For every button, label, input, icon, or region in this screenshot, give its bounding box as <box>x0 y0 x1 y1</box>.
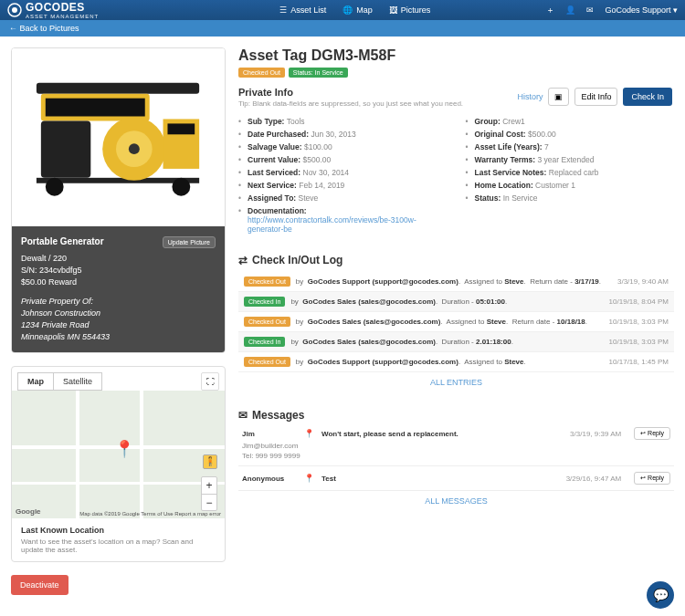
asset-line3: $50.00 Reward <box>21 277 216 288</box>
svg-point-1 <box>12 7 17 13</box>
update-picture-button[interactable]: Update Picture <box>163 236 216 248</box>
pegman-icon[interactable]: 🧍 <box>203 454 217 469</box>
doc-link[interactable]: http://www.contractortalk.com/reviews/be… <box>248 215 416 234</box>
pin-icon: 📍 <box>304 474 314 483</box>
reply-button[interactable]: ↩ Reply <box>634 427 670 440</box>
page-title: Asset Tag DGM3-M58F <box>238 47 674 64</box>
log-row: Checked Outby GoCodes Support (support@g… <box>238 272 674 292</box>
logo: GOCODES ASSET MANAGEMENT <box>7 1 99 19</box>
map-tab-satellite[interactable]: Satellite <box>54 372 102 391</box>
edit-info-button[interactable]: Edit Info <box>574 88 617 106</box>
swap-icon: ⇄ <box>238 254 248 266</box>
svg-point-12 <box>46 178 64 196</box>
deactivate-button[interactable]: Deactivate <box>11 575 68 595</box>
asset-line1: Dewalt / 220 <box>21 253 216 265</box>
qr-button[interactable]: ▣ <box>548 88 569 106</box>
map-pin-icon: 📍 <box>114 439 134 459</box>
badge-checked-out: Checked Out <box>238 68 285 78</box>
asset-addr2: Minneapolis MN 554433 <box>21 331 216 343</box>
info-item: Last Serviced: Nov 30, 2014 <box>238 168 448 177</box>
log-title: Check In/Out Log <box>252 254 342 266</box>
info-item: Salvage Value: $100.00 <box>238 142 448 151</box>
brand-sub: ASSET MANAGEMENT <box>26 14 99 19</box>
log-state-badge: Checked Out <box>244 277 290 287</box>
mail-icon[interactable]: ✉ <box>586 5 594 15</box>
svg-rect-11 <box>168 124 195 135</box>
info-item: Asset Life (Years): 7 <box>466 142 675 151</box>
back-link[interactable]: ← Back to Pictures <box>9 24 79 33</box>
add-icon[interactable]: ＋ <box>546 5 554 16</box>
asset-image <box>12 48 225 226</box>
pictures-icon: 🖼 <box>389 5 397 15</box>
envelope-icon: ✉ <box>238 409 248 422</box>
map-card: Map Satellite ⛶ 📍 🧍 + − Google Map data … <box>11 366 226 562</box>
chevron-down-icon: ▾ <box>673 5 678 15</box>
map-canvas[interactable]: 📍 🧍 + − Google Map data ©2019 Google Ter… <box>12 391 225 518</box>
log-state-badge: Checked In <box>244 337 285 347</box>
asset-line2: S/N: 234cvbdfg5 <box>21 265 216 277</box>
map-tab-map[interactable]: Map <box>17 372 54 391</box>
brand-name: GOCODES <box>26 1 99 14</box>
info-item: Home Location: Customer 1 <box>466 181 675 190</box>
map-footer-title: Last Known Location <box>21 526 216 535</box>
log-row: Checked Inby GoCodes Sales (sales@gocode… <box>238 332 674 352</box>
user-icon[interactable]: 👤 <box>565 5 575 15</box>
asset-addr1: 1234 Private Road <box>21 319 216 331</box>
message-row: Anonymous📍Test3/29/16, 9:47 AM↩ Reply <box>238 466 674 491</box>
log-row: Checked Outby GoCodes Sales (sales@gocod… <box>238 312 674 332</box>
history-link[interactable]: History <box>517 92 543 101</box>
svg-rect-5 <box>46 99 145 117</box>
info-item: Date Purchased: Jun 30, 2013 <box>238 130 448 139</box>
pin-icon: 📍 <box>304 429 314 438</box>
zoom-in-button[interactable]: + <box>202 477 216 494</box>
asset-prop-label: Private Property Of: <box>21 296 216 308</box>
support-menu[interactable]: GoCodes Support ▾ <box>605 5 678 15</box>
log-state-badge: Checked In <box>244 297 285 307</box>
map-footer-desc: Want to see the asset's location on a ma… <box>21 538 216 554</box>
check-in-button[interactable]: Check In <box>623 88 672 106</box>
info-item: Warranty Terms: 3 year Extended <box>466 155 675 164</box>
topbar: GOCODES ASSET MANAGEMENT ☰Asset List 🌐Ma… <box>0 0 685 20</box>
asset-owner: Johnson Construction <box>21 308 216 319</box>
zoom-out-button[interactable]: − <box>202 494 216 510</box>
info-item: Current Value: $500.00 <box>238 155 448 164</box>
chat-fab[interactable]: 💬 <box>647 581 674 606</box>
info-item: Sub Type: Tools <box>238 117 448 126</box>
reply-button[interactable]: ↩ Reply <box>634 472 670 485</box>
info-item: Documentation: http://www.contractortalk… <box>238 206 448 234</box>
globe-icon: 🌐 <box>342 5 353 15</box>
info-item: Assigned To: Steve <box>238 193 448 203</box>
svg-rect-6 <box>41 121 90 178</box>
zoom-control: + − <box>201 476 217 511</box>
fullscreen-icon[interactable]: ⛶ <box>201 372 219 391</box>
svg-point-13 <box>173 178 191 196</box>
info-item: Group: Crew1 <box>466 117 675 126</box>
list-icon: ☰ <box>279 5 287 15</box>
nav-pictures[interactable]: 🖼Pictures <box>389 5 431 15</box>
all-messages-link[interactable]: ALL MESSAGES <box>425 496 488 506</box>
back-bar: ← Back to Pictures <box>0 20 685 37</box>
nav-asset-list[interactable]: ☰Asset List <box>279 5 326 15</box>
log-state-badge: Checked Out <box>244 317 290 327</box>
message-row: Jim📍Won't start, please send a replaceme… <box>238 422 674 466</box>
badge-status: Status: In Service <box>289 68 348 78</box>
nav-map[interactable]: 🌐Map <box>342 5 373 15</box>
info-item: Last Service Notes: Replaced carb <box>466 168 675 177</box>
asset-name: Portable Generator <box>21 235 104 249</box>
info-item: Status: In Service <box>466 193 675 203</box>
info-item: Original Cost: $500.00 <box>466 130 675 139</box>
log-state-badge: Checked Out <box>244 357 290 367</box>
info-item: Next Service: Feb 14, 2019 <box>238 181 448 190</box>
svg-rect-2 <box>37 83 199 94</box>
svg-point-9 <box>129 143 140 154</box>
messages-title: Messages <box>252 409 304 422</box>
log-row: Checked Inby GoCodes Sales (sales@gocode… <box>238 292 674 312</box>
log-row: Checked Outby GoCodes Support (support@g… <box>238 352 674 372</box>
map-terms: Map data ©2019 Google Terms of Use Repor… <box>79 511 221 517</box>
asset-card: Portable Generator Update Picture Dewalt… <box>11 47 226 353</box>
all-entries-link[interactable]: ALL ENTRIES <box>430 378 482 387</box>
google-badge: Google <box>16 507 41 516</box>
